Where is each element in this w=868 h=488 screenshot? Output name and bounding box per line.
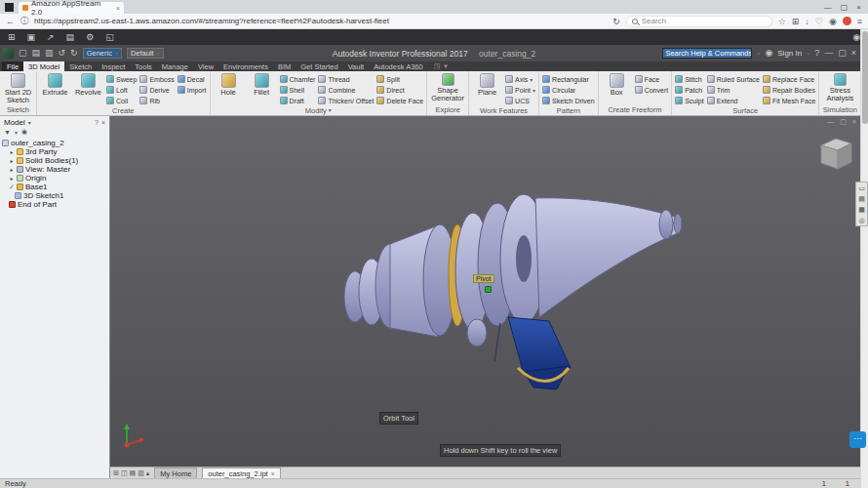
tree-item-solid-bodies[interactable]: ▸ Solid Bodies(1) [2,156,109,165]
axis-button[interactable]: Axis▾ [505,74,535,84]
coil-button[interactable]: Coil [106,96,137,105]
monitor-icon[interactable]: ▭ [856,183,867,193]
filter-icon[interactable]: ▼ [4,129,11,136]
back-icon[interactable]: ← [6,17,15,26]
appstream-fullscreen-icon[interactable]: ◱ [105,32,114,42]
doc-tab-my-home[interactable]: My Home [154,468,197,478]
tab-autodesk-a360[interactable]: Autodesk A360 [369,61,427,71]
layout-arrange-icon[interactable]: ▴ [146,468,150,478]
ucs-button[interactable]: UCS [505,96,535,105]
tab-tools[interactable]: Tools [130,61,157,71]
tab-sketch[interactable]: Sketch [64,61,97,71]
group-dropdown-icon[interactable]: ▾ [329,106,332,115]
doc-close-icon[interactable]: × [852,118,856,126]
start-2d-sketch-button[interactable]: Start 2D Sketch [3,73,33,104]
scrollbar-thumb[interactable] [862,31,868,124]
help-search-box[interactable]: Search Help & Commands... [662,48,752,59]
layout-split-icon[interactable]: ◫ [121,468,128,478]
save-icon[interactable]: ▥ [45,49,54,58]
fillet-button[interactable]: Fillet [247,73,277,105]
freeform-convert-button[interactable]: Convert [635,85,669,95]
sign-in-button[interactable]: Sign In [777,49,802,58]
expand-icon[interactable]: ▸ [9,166,15,173]
tab-environments[interactable]: Environments [218,61,273,71]
revolve-button[interactable]: Revolve [73,73,103,105]
new-file-icon[interactable]: ▢ [19,49,27,58]
doc-restore-icon[interactable]: ▢ [840,118,847,126]
shape-generator-button[interactable]: Shape Generator [430,73,465,104]
point-button[interactable]: Point▾ [505,85,535,95]
delete-face-button[interactable]: Delete Face [376,96,423,105]
doc-tab-outer-casing[interactable]: outer_casing_2.ipt × [202,468,280,478]
3d-viewport[interactable]: — ▢ × Pivot Orbit Tool Hold down Shift k… [110,116,868,467]
thicken-offset-button[interactable]: Thicken/ Offset [318,96,374,105]
clipboard-icon[interactable]: ▤ [856,193,867,204]
plane-button[interactable]: Plane [472,73,502,105]
apps-grid-icon[interactable]: ⊞ [792,17,800,26]
hole-button[interactable]: Hole [214,73,244,105]
fit-mesh-face-button[interactable]: Fit Mesh Face [763,96,815,105]
tree-item-third-party[interactable]: ▸ 3rd Party [2,147,109,156]
rib-button[interactable]: Rib [139,96,174,105]
browser-menu-icon[interactable]: ≡ [857,17,862,26]
shell-button[interactable]: Shell [280,85,316,95]
split-button[interactable]: Split [376,74,423,84]
doc-tab-close-icon[interactable]: × [271,470,275,477]
combine-button[interactable]: Combine [318,85,374,95]
tab-file[interactable]: File [2,61,23,71]
favorites-heart-icon[interactable]: ♡ [815,17,823,26]
inventor-close-icon[interactable]: × [851,49,856,58]
direct-button[interactable]: Direct [376,85,423,95]
layout-grid-icon[interactable]: ⊞ [113,468,119,478]
sculpt-button[interactable]: Sculpt [675,96,703,105]
tab-view[interactable]: View [193,61,218,71]
draft-button[interactable]: Draft [280,96,316,105]
signin-dropdown-icon[interactable]: ▾ [807,50,809,57]
tab-close-icon[interactable]: × [116,5,120,12]
panel-close-icon[interactable]: × [101,119,105,126]
panel-dropdown-icon[interactable]: ▾ [28,119,31,126]
sweep-button[interactable]: Sweep [106,74,137,84]
tree-item-3d-sketch1[interactable]: 3D Sketch1 [2,191,109,200]
repair-bodies-button[interactable]: Repair Bodies [763,85,815,95]
decal-button[interactable]: Decal [178,74,207,84]
refresh-icon[interactable]: ↻ [612,17,620,26]
window-restore-icon[interactable]: ▢ [841,3,848,12]
thread-button[interactable]: Thread [318,74,374,84]
account-avatar[interactable] [843,17,851,25]
keyboard-icon[interactable]: ▦ [856,204,867,215]
patch-button[interactable]: Patch [675,85,703,95]
open-file-icon[interactable]: ▤ [32,49,41,58]
tab-vault[interactable]: Vault [343,61,370,71]
inventor-restore-icon[interactable]: ▢ [838,49,847,58]
emboss-button[interactable]: Emboss [139,74,174,84]
material-combobox[interactable]: Generic ▾ [83,48,122,59]
derive-button[interactable]: Derive [139,85,174,95]
tree-item-origin[interactable]: ▸ Origin [2,174,109,183]
loft-button[interactable]: Loft [106,85,137,95]
page-scrollbar[interactable] [860,29,868,488]
stress-analysis-button[interactable]: Stress Analysis [822,73,857,104]
tab-bim[interactable]: BIM [273,61,296,71]
circular-pattern-button[interactable]: Circular [542,85,595,95]
expand-icon[interactable]: ▸ [9,157,15,164]
ribbon-collapse-icon[interactable]: ▾ [444,62,448,70]
sketch-driven-button[interactable]: Sketch Driven [542,96,595,105]
expand-icon[interactable]: ▸ [9,175,15,182]
tab-3d-model[interactable]: 3D Model [23,61,64,71]
camera-icon[interactable]: ◎ [856,215,867,225]
replace-face-button[interactable]: Replace Face [763,74,815,84]
redo-icon[interactable]: ↻ [70,49,78,58]
tab-inspect[interactable]: Inspect [97,61,130,71]
freeform-box-button[interactable]: Box [602,73,632,104]
expand-icon[interactable]: ▸ [9,148,15,155]
tree-item-root[interactable]: outer_casing_2 [2,139,109,147]
bookmark-star-icon[interactable]: ☆ [778,17,786,26]
info-icon[interactable]: ⓘ [20,16,28,26]
ribbon-panel-icon[interactable]: ◳ [434,62,441,70]
appstream-user-icon[interactable]: ◉ [852,32,860,42]
browser-search-box[interactable]: Search [626,16,772,27]
doc-minimize-icon[interactable]: — [827,118,834,126]
browser-user-icon[interactable]: ◉ [21,128,27,136]
extrude-button[interactable]: Extrude [40,73,70,105]
